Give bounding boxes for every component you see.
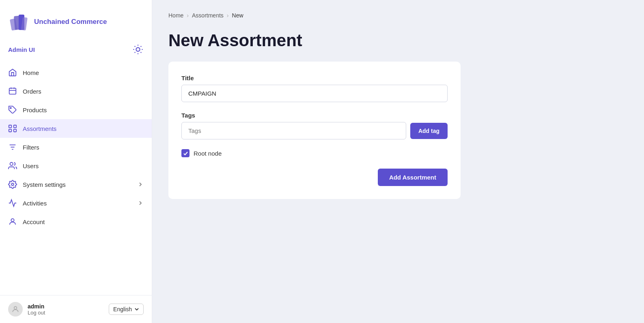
svg-point-24: [11, 219, 14, 222]
breadcrumb-assortments[interactable]: Assortments: [192, 12, 224, 19]
breadcrumb-current: New: [232, 12, 243, 19]
chevron-right-icon: [137, 181, 144, 188]
sidebar-item-home[interactable]: Home: [0, 63, 152, 82]
sidebar-item-assortments-label: Assortments: [23, 125, 144, 132]
settings-icon: [8, 180, 17, 189]
svg-rect-18: [14, 129, 16, 132]
svg-point-23: [11, 183, 14, 186]
language-selector[interactable]: English: [109, 304, 144, 315]
tags-form-group: Tags Add tag: [181, 112, 448, 139]
sidebar-item-products-label: Products: [23, 107, 144, 113]
users-icon: [8, 161, 17, 170]
svg-rect-13: [9, 88, 16, 94]
breadcrumb-sep1: ›: [187, 12, 189, 19]
app-name-text: Unchained Commerce: [34, 17, 107, 26]
breadcrumb-sep2: ›: [227, 12, 229, 19]
svg-rect-17: [9, 129, 11, 132]
orders-icon: [8, 87, 17, 96]
title-label: Title: [181, 75, 448, 81]
assortments-icon: [8, 124, 17, 133]
filters-icon: [8, 143, 17, 152]
breadcrumb-home[interactable]: Home: [168, 12, 183, 19]
sidebar-item-users[interactable]: Users: [0, 156, 152, 175]
main-content: Home › Assortments › New New Assortment …: [152, 0, 644, 323]
root-node-row: Root node: [181, 149, 448, 157]
svg-line-10: [141, 52, 142, 53]
sidebar-item-filters[interactable]: Filters: [0, 138, 152, 156]
user-avatar: [8, 302, 23, 317]
new-assortment-form: Title Tags Add tag Root node Add Assortm…: [168, 62, 461, 199]
page-title: New Assortment: [168, 31, 628, 50]
root-node-checkbox[interactable]: [181, 149, 190, 157]
sidebar-item-home-label: Home: [23, 69, 144, 76]
tags-row: Add tag: [181, 122, 448, 139]
title-form-group: Title: [181, 75, 448, 102]
svg-line-9: [135, 46, 136, 47]
sidebar-item-system-settings-label: System settings: [23, 181, 131, 188]
root-node-label: Root node: [194, 150, 222, 157]
checkmark-icon: [183, 151, 188, 156]
user-info: admin Log out: [28, 303, 104, 316]
sidebar-item-assortments[interactable]: Assortments: [0, 119, 152, 138]
tags-label: Tags: [181, 112, 448, 119]
svg-rect-16: [14, 125, 16, 128]
sidebar-item-orders[interactable]: Orders: [0, 82, 152, 101]
sidebar-footer: admin Log out English: [0, 295, 152, 323]
title-input[interactable]: [181, 85, 448, 102]
account-icon: [8, 217, 17, 226]
sidebar-item-users-label: Users: [23, 163, 144, 169]
svg-point-25: [14, 306, 17, 309]
svg-point-4: [136, 47, 140, 51]
activities-icon: [8, 199, 17, 207]
logout-link[interactable]: Log out: [28, 310, 104, 316]
logo-area[interactable]: Unchained Commerce: [0, 0, 152, 41]
svg-rect-15: [9, 125, 11, 128]
sidebar-item-account-label: Account: [23, 218, 144, 225]
sidebar: Unchained Commerce Admin UI Home: [0, 0, 152, 323]
add-assortment-button[interactable]: Add Assortment: [378, 169, 448, 186]
admin-ui-label: Admin UI: [8, 46, 35, 53]
form-actions: Add Assortment: [181, 169, 448, 186]
svg-point-14: [10, 107, 11, 109]
chevron-down-icon: [134, 307, 139, 312]
sidebar-item-products[interactable]: Products: [0, 101, 152, 119]
products-icon: [8, 105, 17, 114]
breadcrumb: Home › Assortments › New: [168, 12, 628, 19]
home-icon: [8, 68, 17, 77]
sidebar-item-account[interactable]: Account: [0, 212, 152, 231]
theme-toggle-icon[interactable]: [132, 44, 144, 55]
language-value: English: [113, 306, 132, 312]
tags-input[interactable]: [181, 122, 406, 139]
add-tag-button[interactable]: Add tag: [410, 123, 448, 139]
admin-label-row: Admin UI: [0, 41, 152, 62]
nav-menu: Home Orders Products As: [0, 62, 152, 295]
svg-point-22: [10, 163, 13, 165]
sidebar-item-activities-label: Activities: [23, 200, 131, 207]
username: admin: [28, 303, 104, 310]
sidebar-item-orders-label: Orders: [23, 88, 144, 95]
svg-line-11: [135, 52, 136, 53]
sidebar-item-system-settings[interactable]: System settings: [0, 175, 152, 194]
app-logo-icon: [8, 11, 29, 32]
sidebar-item-filters-label: Filters: [23, 144, 144, 151]
svg-line-12: [141, 46, 142, 47]
sidebar-item-activities[interactable]: Activities: [0, 194, 152, 212]
chevron-right-icon2: [137, 200, 144, 206]
